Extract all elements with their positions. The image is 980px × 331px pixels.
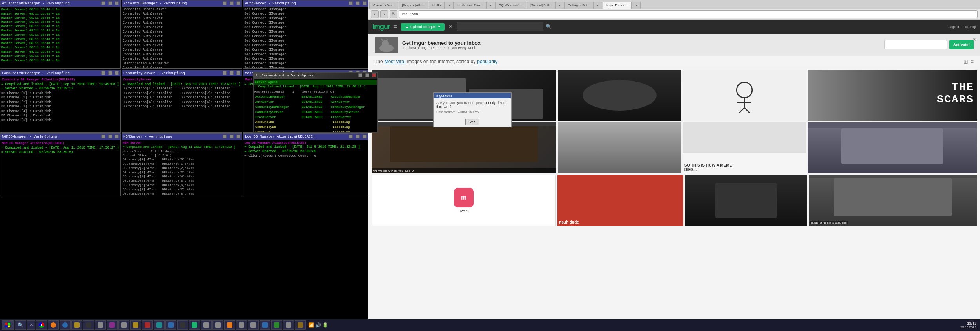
- taskbar-app2[interactable]: [107, 320, 118, 330]
- tab-vampires[interactable]: Vampires Dav...: [369, 2, 398, 9]
- win-min-btn[interactable]: [223, 71, 227, 75]
- grid-cell-1-2[interactable]: [558, 70, 681, 121]
- ngm-title-bar[interactable]: NGMServer - Verknüpfung: [122, 134, 242, 140]
- win-auth[interactable]: AuthServer - Verknüpfung 3ed Connect DBM…: [243, 0, 368, 69]
- banner-close-icon[interactable]: ✕: [972, 36, 977, 42]
- taskbar-app7[interactable]: [165, 320, 176, 330]
- win-max-btn[interactable]: [230, 71, 234, 75]
- win-atlantica[interactable]: AtlanticaDBManager - Verknüpfung Master …: [0, 0, 121, 69]
- most-viral-link[interactable]: Most Viral: [385, 59, 405, 64]
- win-close-btn[interactable]: [363, 1, 367, 5]
- logdb-title-bar[interactable]: Log DB Manager Atlantica(RELEASE): [243, 134, 368, 140]
- win-min-btn[interactable]: [101, 1, 105, 5]
- grid-cell-tweet[interactable]: m Tweet: [372, 175, 556, 226]
- taskbar-app4[interactable]: [130, 320, 141, 330]
- taskbar-app14[interactable]: [248, 320, 259, 330]
- win-max-btn[interactable]: [230, 1, 234, 5]
- grid-cell-2-2[interactable]: [558, 122, 681, 173]
- win-min-btn[interactable]: [349, 135, 353, 138]
- popularity-link[interactable]: popularity: [477, 59, 497, 64]
- tab-request-atl[interactable]: [Request] Atlai...: [399, 2, 428, 9]
- taskbar-app17[interactable]: [283, 320, 294, 330]
- list-icon[interactable]: ≡: [971, 58, 974, 65]
- win-min-btn[interactable]: [358, 73, 362, 77]
- grid-cell-leo[interactable]: will we do without you, Leo M: [372, 122, 556, 173]
- win-max-btn[interactable]: [108, 135, 112, 138]
- accountdb-title-bar[interactable]: AccountDBManager - Verknüpfung: [122, 0, 242, 7]
- search-input[interactable]: [457, 22, 543, 31]
- taskbar-cortana[interactable]: ○: [27, 320, 35, 330]
- taskbar-clock[interactable]: 23:41 29.02.2016: [960, 322, 978, 329]
- tab-x1[interactable]: x: [445, 2, 454, 9]
- banner-email-input[interactable]: [884, 40, 947, 49]
- communitydb-title-bar[interactable]: CommunityDBManager - Verknüpfung: [0, 70, 120, 76]
- forward-button[interactable]: ›: [380, 10, 388, 18]
- win-max-btn[interactable]: [356, 135, 360, 138]
- win-min-btn[interactable]: [101, 71, 105, 75]
- grid-cell-1-3[interactable]: [683, 70, 806, 121]
- taskbar-app12[interactable]: [224, 320, 235, 330]
- auth-title-bar[interactable]: AuthServer - Verknüpfung: [243, 0, 368, 7]
- search-button[interactable]: 🔍: [546, 24, 552, 29]
- grid-cell-person[interactable]: [808, 122, 977, 173]
- delete-dialog[interactable]: imgur.com Are you sure you want to perma…: [433, 92, 512, 127]
- reload-button[interactable]: ↻: [390, 10, 397, 18]
- win-accountdb[interactable]: AccountDBManager - Verknüpfung Connected…: [122, 0, 242, 69]
- taskbar-app10[interactable]: [201, 320, 212, 330]
- taskbar-app15[interactable]: [260, 320, 270, 330]
- close-upload-icon[interactable]: ✕: [448, 24, 453, 30]
- tab-tutorial[interactable]: [Tutorial] Sett...: [527, 2, 555, 9]
- win-close-btn[interactable]: [115, 71, 119, 75]
- win-max-btn[interactable]: [108, 1, 112, 5]
- start-button[interactable]: [2, 320, 14, 330]
- upload-images-button[interactable]: ▲ upload images ▼: [401, 23, 445, 31]
- win-close-btn[interactable]: [236, 135, 240, 138]
- ngmdb-title-bar[interactable]: NGMDBManager - Verknüpfung: [0, 134, 120, 140]
- win-close-btn[interactable]: [115, 135, 119, 138]
- back-button[interactable]: ‹: [371, 10, 379, 18]
- taskbar-app1[interactable]: [95, 320, 106, 330]
- tab-x3[interactable]: x: [555, 2, 564, 9]
- battery-icon[interactable]: 🔋: [322, 322, 328, 328]
- taskbar-ie[interactable]: [60, 320, 71, 330]
- grid-icon[interactable]: ⊞: [964, 58, 968, 65]
- taskbar-app6[interactable]: [154, 320, 165, 330]
- win-max-btn[interactable]: [108, 71, 112, 75]
- atlantica-title-bar[interactable]: AtlanticaDBManager - Verknüpfung: [0, 0, 120, 7]
- tab-sql[interactable]: SQL-Server-Ko...: [495, 2, 526, 9]
- win-serveragent[interactable]: 1. ServerAgent - Verknüpfung Server Agen…: [253, 72, 378, 133]
- tab-imgur[interactable]: Imgur The me...: [603, 2, 632, 9]
- tab-x5[interactable]: x: [632, 2, 641, 9]
- taskbar-steam[interactable]: [83, 320, 94, 330]
- win-ngmdb[interactable]: NGMDBManager - Verknüpfung NGM DB Manage…: [0, 133, 121, 196]
- delete-yes-button[interactable]: Yes: [465, 119, 480, 125]
- win-logdb[interactable]: Log DB Manager Atlantica(RELEASE) Log DB…: [243, 133, 368, 196]
- grid-cell-meme[interactable]: SO THIS IS HOW A MEMEDIES...: [683, 122, 806, 173]
- grid-cell-pamphlet[interactable]: [Lady hands him a pamphlet]: [809, 175, 977, 226]
- signin-link[interactable]: sign in: [949, 25, 960, 29]
- network-icon[interactable]: 📶: [308, 322, 314, 328]
- tab-settings[interactable]: Settings - Rai...: [564, 2, 593, 9]
- taskbar-app13[interactable]: [236, 320, 247, 330]
- taskbar-app18[interactable]: [295, 320, 306, 330]
- volume-icon[interactable]: 🔊: [315, 322, 321, 328]
- win-min-btn[interactable]: [223, 135, 227, 138]
- banner-activate-button[interactable]: Activate!: [949, 40, 974, 49]
- taskbar-app5[interactable]: [142, 320, 153, 330]
- win-max-btn[interactable]: [365, 73, 369, 77]
- community-title-bar[interactable]: CommunityServer - Verknüpfung: [122, 70, 242, 76]
- win-close-btn[interactable]: [236, 1, 240, 5]
- taskbar-app8[interactable]: [177, 320, 188, 330]
- taskbar-app3[interactable]: [118, 320, 129, 330]
- grid-cell-scars[interactable]: THESCARS: [808, 70, 977, 121]
- win-communitydb[interactable]: CommunityDBManager - Verknüpfung Communi…: [0, 70, 121, 133]
- win-close-btn[interactable]: [363, 135, 367, 138]
- taskbar-app9[interactable]: [189, 320, 200, 330]
- hamburger-icon[interactable]: ≡: [394, 24, 397, 30]
- tab-kostenlose[interactable]: Kostenlose Film...: [454, 2, 486, 9]
- tab-x4[interactable]: x: [593, 2, 602, 9]
- tab-netflix[interactable]: Netflix: [429, 2, 445, 9]
- win-ngm[interactable]: NGMServer - Verknüpfung NGM Server = Com…: [122, 133, 242, 196]
- browser-tabs[interactable]: Vampires Dav... [Request] Atlai... Netfl…: [368, 0, 980, 9]
- win-min-btn[interactable]: [223, 1, 227, 5]
